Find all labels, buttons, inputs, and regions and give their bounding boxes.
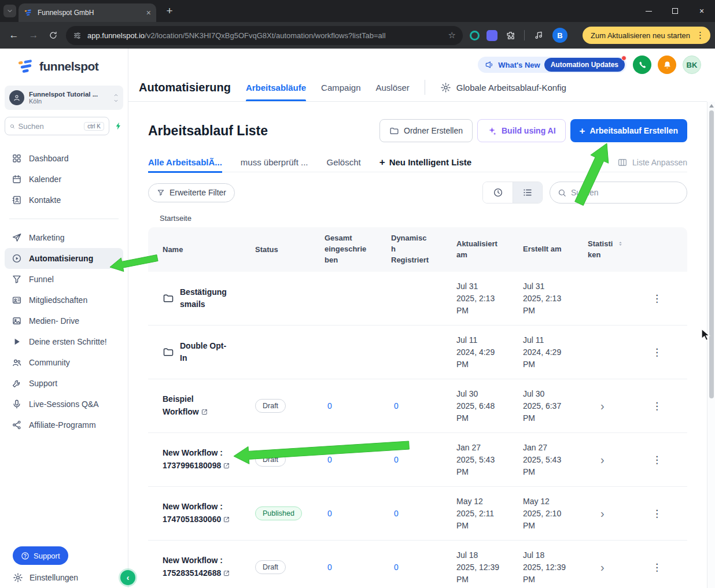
sidebar-item-automatisierung[interactable]: Automatisierung: [5, 248, 123, 269]
workflow-name[interactable]: New Workflow : 1747051830060: [163, 502, 223, 524]
folder-name[interactable]: Double Opt-In: [180, 340, 230, 364]
external-link-icon[interactable]: [223, 462, 230, 469]
user-avatar[interactable]: BK: [683, 56, 701, 74]
row-menu-icon[interactable]: ⋮: [652, 293, 662, 304]
sidebar-search-input[interactable]: [19, 122, 81, 131]
sidebar-search[interactable]: ctrl K: [5, 117, 109, 135]
external-link-icon[interactable]: [223, 516, 230, 523]
row-menu-icon[interactable]: ⋮: [652, 454, 662, 465]
browser-profile-avatar[interactable]: B: [552, 28, 567, 43]
row-menu-icon[interactable]: ⋮: [652, 562, 662, 573]
table-row[interactable]: Bestätigung smails Jul 31 2025, 2:13 PM …: [148, 272, 687, 326]
bookmark-star-icon[interactable]: ☆: [448, 30, 456, 40]
window-close-button[interactable]: ×: [688, 0, 715, 22]
list-tab-geloescht[interactable]: Gelöscht: [327, 153, 361, 172]
sidebar-item-kontakte[interactable]: Kontakte: [5, 190, 123, 210]
extension-icon-purple[interactable]: [487, 30, 497, 41]
browser-menu-icon[interactable]: ⋮: [694, 30, 707, 40]
global-workflow-config-link[interactable]: Globale Arbeitsablauf-Konfig: [440, 82, 566, 93]
site-settings-icon[interactable]: [73, 31, 82, 40]
row-chevron-icon[interactable]: ›: [600, 400, 605, 412]
support-floating-button[interactable]: Support: [13, 546, 68, 565]
sidebar-item-community[interactable]: Community: [5, 352, 123, 373]
list-view-button[interactable]: [513, 182, 542, 203]
enrolled-count[interactable]: 0: [327, 401, 332, 411]
browser-tab[interactable]: Funnelspot GmbH ×: [19, 3, 156, 22]
row-chevron-icon[interactable]: ›: [600, 561, 605, 574]
sidebar-collapse-button[interactable]: ‹: [120, 570, 135, 585]
row-chevron-icon[interactable]: ›: [600, 507, 605, 520]
enrolled-count[interactable]: 0: [327, 509, 332, 518]
new-smart-list-button[interactable]: +Neu Intelligent Liste: [379, 153, 471, 172]
create-folder-button[interactable]: Ordner Erstellen: [379, 119, 473, 142]
enrolled-count[interactable]: 0: [327, 563, 332, 572]
window-minimize-button[interactable]: [635, 0, 662, 22]
sort-icon[interactable]: [617, 241, 624, 247]
window-maximize-button[interactable]: [662, 0, 688, 22]
create-workflow-button[interactable]: + Arbeitsablauf Erstellen: [570, 119, 687, 142]
whats-new-pill[interactable]: What's New Automation Updates: [478, 57, 626, 73]
table-search[interactable]: [550, 182, 687, 204]
sidebar-item-marketing[interactable]: Marketing: [5, 227, 123, 248]
tab-arbeitsablaeufe[interactable]: Arbeitsabläufe: [246, 73, 306, 101]
dynamic-count[interactable]: 0: [394, 509, 399, 518]
dynamic-count[interactable]: 0: [394, 401, 399, 411]
sidebar-item-funnel[interactable]: Funnel: [5, 269, 123, 290]
workflow-name[interactable]: New Workflow : 1752835142688: [163, 556, 223, 578]
restart-to-update-button[interactable]: Zum Aktualisieren neu starten ⋮: [583, 27, 710, 44]
sidebar-item-affiliate[interactable]: Affiliate-Programm: [5, 415, 123, 435]
list-tab-alle[interactable]: Alle ArbeitsablÃ...: [148, 153, 222, 172]
sidebar-item-einstellungen[interactable]: Einstellungen: [13, 572, 78, 583]
list-tab-muss-ueberprueft[interactable]: muss überprüft ...: [241, 153, 308, 172]
row-menu-icon[interactable]: ⋮: [652, 347, 662, 358]
back-button[interactable]: ←: [5, 26, 23, 45]
sidebar-item-medien-drive[interactable]: Medien- Drive: [5, 310, 123, 331]
bolt-icon[interactable]: [114, 121, 123, 131]
phone-button[interactable]: [633, 56, 651, 74]
table-row[interactable]: Double Opt-In Jul 11 2024, 4:29 PM Jul 1…: [148, 326, 687, 379]
media-control-icon[interactable]: [529, 26, 548, 45]
extensions-puzzle-icon[interactable]: [501, 26, 519, 45]
table-row[interactable]: New Workflow : 1752835142688 Draft 0 0 J…: [148, 541, 687, 588]
extension-icon-teal[interactable]: [470, 31, 480, 40]
customize-list-button[interactable]: Liste Anpassen: [617, 157, 687, 168]
dynamic-count[interactable]: 0: [394, 455, 399, 464]
dynamic-count[interactable]: 0: [394, 563, 399, 572]
content-scrollbar[interactable]: [707, 102, 715, 588]
row-chevron-icon[interactable]: ›: [600, 453, 605, 466]
workflow-name[interactable]: New Workflow : 1737996180098: [163, 448, 223, 470]
sidebar-item-kalender[interactable]: Kalender: [5, 169, 123, 190]
new-tab-button[interactable]: +: [162, 5, 177, 17]
sidebar-item-live-sessions[interactable]: Live-Sessions Q&A: [5, 394, 123, 415]
advanced-filter-button[interactable]: Erweiterte Filter: [148, 183, 235, 202]
table-search-input[interactable]: [571, 188, 679, 197]
external-link-icon[interactable]: [201, 408, 208, 416]
breadcrumb[interactable]: Startseite: [160, 214, 687, 223]
history-view-button[interactable]: [483, 182, 513, 203]
sidebar-item-support[interactable]: Support: [5, 373, 123, 394]
enrolled-count[interactable]: 0: [327, 455, 332, 464]
automation-updates-pill[interactable]: Automation Updates: [544, 58, 625, 72]
row-menu-icon[interactable]: ⋮: [652, 508, 662, 519]
scrollbar-thumb[interactable]: [709, 110, 714, 398]
tab-campaign[interactable]: Campaign: [321, 73, 360, 101]
workflow-name[interactable]: Beispiel Workflow: [163, 394, 199, 416]
table-row[interactable]: New Workflow : 1747051830060 Published 0…: [148, 487, 687, 541]
sidebar-item-mitgliedschaften[interactable]: Mitgliedschaften: [5, 290, 123, 310]
table-row[interactable]: Beispiel Workflow Draft 0 0 Jul 30 2025,…: [148, 379, 687, 433]
reload-button[interactable]: [44, 26, 62, 45]
row-menu-icon[interactable]: ⋮: [652, 401, 662, 412]
sidebar-item-erste-schritte[interactable]: Deine ersten Schritte!: [5, 331, 123, 352]
tab-search-button[interactable]: [3, 5, 16, 17]
table-row[interactable]: New Workflow : 1737996180098 Draft 0 0 J…: [148, 433, 687, 487]
sidebar-item-dashboard[interactable]: Dashboard: [5, 148, 123, 169]
forward-button[interactable]: →: [24, 26, 43, 45]
tab-close-icon[interactable]: ×: [146, 9, 151, 17]
location-switcher[interactable]: Funnelspot Tutorial ... Köln: [5, 86, 123, 110]
build-using-ai-button[interactable]: Build using AI: [477, 119, 566, 142]
scrollbar-up-arrow[interactable]: [709, 104, 714, 108]
external-link-icon[interactable]: [223, 569, 230, 577]
tab-ausloeser[interactable]: Auslöser: [375, 73, 409, 101]
notifications-button[interactable]: [658, 56, 676, 74]
address-bar[interactable]: app.funnelspot.io/v2/location/5NK3HI7QxB…: [66, 26, 463, 45]
